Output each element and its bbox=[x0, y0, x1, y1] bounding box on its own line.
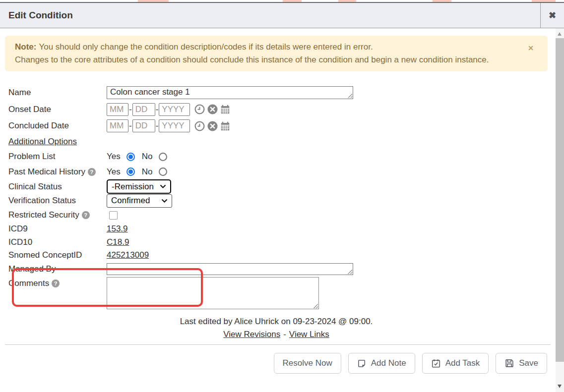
managed-by-row: Managed By bbox=[8, 261, 556, 277]
verification-status-value: Confirmed bbox=[111, 196, 150, 206]
name-input[interactable]: Colon cancer stage 1 bbox=[107, 86, 353, 99]
revision-links-line: View Revisions - View Links bbox=[5, 328, 548, 341]
modal-header: Edit Condition ✖ bbox=[0, 2, 564, 28]
date-separator: - bbox=[156, 105, 159, 114]
clock-icon[interactable] bbox=[194, 104, 205, 115]
note-label: Note: bbox=[15, 42, 36, 52]
onset-year-input[interactable] bbox=[159, 103, 190, 116]
past-medical-history-label: Past Medical History bbox=[8, 167, 85, 177]
resolve-now-label: Resolve Now bbox=[283, 358, 332, 368]
calendar-check-icon bbox=[431, 358, 441, 368]
resolve-now-button[interactable]: Resolve Now bbox=[274, 353, 341, 374]
problem-list-yes-label: Yes bbox=[107, 152, 121, 162]
action-buttons: Resolve Now Add Note Add Task Save bbox=[0, 353, 547, 374]
close-button[interactable]: ✖ bbox=[540, 3, 564, 28]
date-separator: - bbox=[129, 121, 132, 131]
view-links-link[interactable]: View Links bbox=[289, 330, 329, 339]
onset-day-input[interactable] bbox=[132, 103, 155, 116]
pmh-yes-label: Yes bbox=[107, 167, 121, 177]
scrollbar-thumb[interactable] bbox=[556, 38, 564, 362]
additional-options-link[interactable]: Additional Options bbox=[8, 137, 77, 147]
clinical-status-row: Clinical Status -Remission bbox=[8, 179, 556, 194]
pmh-yes-radio[interactable] bbox=[126, 168, 135, 176]
snomed-label: Snomed ConceptID bbox=[8, 250, 107, 260]
restricted-security-row: Restricted Security ? bbox=[8, 208, 556, 223]
name-label: Name bbox=[8, 88, 107, 98]
problem-list-no-radio[interactable] bbox=[159, 153, 167, 161]
pmh-no-radio[interactable] bbox=[159, 168, 167, 176]
name-row: Name Colon cancer stage 1 bbox=[8, 84, 556, 101]
concluded-day-input[interactable] bbox=[132, 119, 155, 132]
scroll-up-icon[interactable] bbox=[558, 32, 562, 36]
clear-date-icon[interactable] bbox=[207, 104, 218, 115]
comments-input[interactable] bbox=[107, 277, 319, 309]
problem-list-label: Problem List bbox=[8, 152, 107, 162]
comments-label: Comments bbox=[8, 279, 49, 288]
banner-text1: You should only change the condition des… bbox=[39, 42, 373, 52]
verification-status-label: Verification Status bbox=[8, 196, 107, 206]
chevron-down-icon bbox=[160, 184, 166, 189]
problem-list-no-label: No bbox=[142, 152, 153, 162]
banner-text2: Changes to the core attributes of a cond… bbox=[15, 54, 503, 66]
icd10-row: ICD10 C18.9 bbox=[8, 235, 556, 249]
snomed-code-link[interactable]: 425213009 bbox=[107, 250, 149, 260]
date-separator: - bbox=[156, 121, 159, 131]
pmh-no-label: No bbox=[142, 167, 153, 177]
concluded-date-label: Concluded Date bbox=[8, 121, 107, 131]
banner-line1: Note:You should only change the conditio… bbox=[15, 41, 503, 54]
concluded-date-row: Concluded Date - - bbox=[8, 117, 556, 134]
additional-options-row: Additional Options bbox=[8, 134, 556, 149]
restricted-security-label: Restricted Security bbox=[8, 210, 79, 220]
close-icon: ✖ bbox=[549, 10, 556, 21]
clock-icon[interactable] bbox=[194, 120, 205, 132]
condition-form: Name Colon cancer stage 1 Onset Date - - bbox=[8, 84, 556, 315]
icd10-code-link[interactable]: C18.9 bbox=[107, 237, 129, 247]
add-task-button[interactable]: Add Task bbox=[422, 353, 489, 374]
add-note-label: Add Note bbox=[371, 358, 406, 368]
verification-status-row: Verification Status Confirmed bbox=[8, 194, 556, 208]
add-task-label: Add Task bbox=[445, 358, 480, 368]
verification-status-select[interactable]: Confirmed bbox=[107, 194, 172, 208]
date-separator: - bbox=[129, 105, 132, 114]
add-note-button[interactable]: Add Note bbox=[348, 353, 415, 374]
icd10-label: ICD10 bbox=[8, 237, 107, 247]
comments-row: Comments ? bbox=[8, 277, 556, 315]
clear-date-icon[interactable] bbox=[207, 120, 218, 132]
help-icon[interactable]: ? bbox=[52, 280, 60, 287]
help-icon[interactable]: ? bbox=[82, 211, 90, 219]
problem-list-row: Problem List Yes No bbox=[8, 149, 556, 164]
view-revisions-link[interactable]: View Revisions bbox=[223, 330, 280, 339]
icd9-row: ICD9 153.9 bbox=[8, 223, 556, 235]
page-title: Edit Condition bbox=[0, 3, 540, 28]
save-button[interactable]: Save bbox=[496, 353, 547, 374]
past-medical-history-row: Past Medical History ? Yes No bbox=[8, 164, 556, 179]
calendar-icon[interactable] bbox=[220, 120, 231, 132]
link-separator: - bbox=[283, 330, 286, 339]
scrollbar[interactable] bbox=[556, 28, 564, 392]
modal-body: Note:You should only change the conditio… bbox=[0, 28, 556, 392]
clinical-status-value: -Remission bbox=[112, 182, 154, 192]
icd9-label: ICD9 bbox=[8, 224, 107, 234]
onset-date-label: Onset Date bbox=[8, 105, 107, 114]
onset-month-input[interactable] bbox=[107, 103, 128, 116]
chevron-down-icon bbox=[161, 199, 168, 203]
footer-divider bbox=[5, 344, 551, 345]
concluded-month-input[interactable] bbox=[107, 119, 128, 132]
managed-by-input[interactable] bbox=[107, 263, 353, 275]
problem-list-yes-radio[interactable] bbox=[126, 153, 135, 161]
save-label: Save bbox=[519, 358, 538, 368]
onset-date-row: Onset Date - - bbox=[8, 101, 556, 117]
last-edited-text: Last edited by Alice Uhrick on 09-23-202… bbox=[180, 317, 373, 327]
restricted-security-checkbox[interactable] bbox=[109, 211, 118, 220]
help-icon[interactable]: ? bbox=[88, 168, 96, 176]
warning-banner: Note:You should only change the conditio… bbox=[5, 36, 548, 71]
scroll-down-icon[interactable] bbox=[558, 385, 562, 388]
calendar-icon[interactable] bbox=[220, 104, 231, 115]
concluded-year-input[interactable] bbox=[159, 119, 190, 132]
save-icon bbox=[504, 358, 514, 368]
snomed-row: Snomed ConceptID 425213009 bbox=[8, 249, 556, 261]
banner-dismiss-icon[interactable]: ✕ bbox=[528, 42, 534, 55]
clinical-status-select[interactable]: -Remission bbox=[107, 179, 171, 194]
last-edited-line: Last edited by Alice Uhrick on 09-23-202… bbox=[5, 315, 548, 328]
icd9-code-link[interactable]: 153.9 bbox=[107, 224, 128, 234]
